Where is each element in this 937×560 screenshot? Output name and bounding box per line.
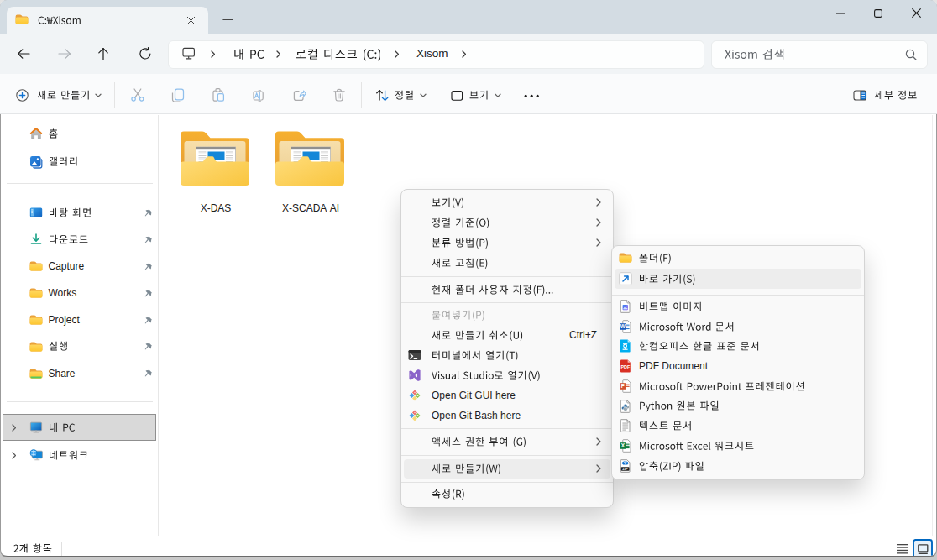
svg-text:PDF: PDF [621, 364, 631, 369]
svg-text:W: W [620, 323, 626, 329]
svg-text:ZIP: ZIP [622, 466, 628, 470]
svg-text:X: X [621, 442, 626, 448]
svg-text:P: P [621, 383, 626, 389]
